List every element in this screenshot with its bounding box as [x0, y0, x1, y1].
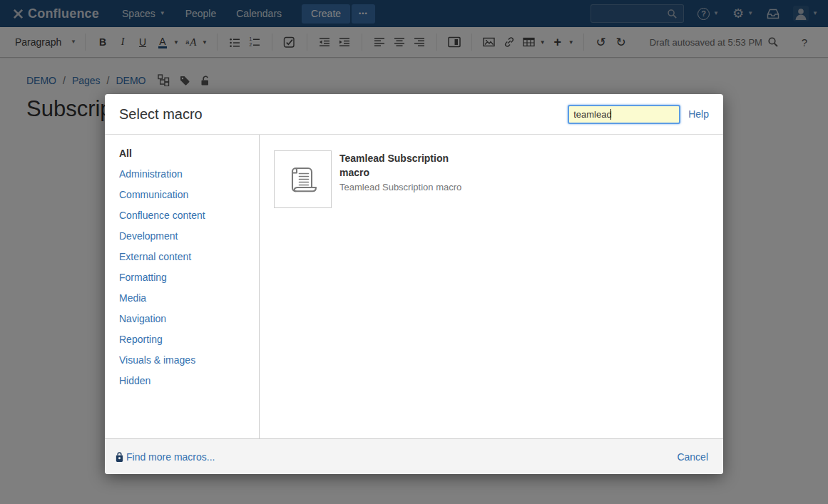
category-formatting[interactable]: Formatting — [119, 272, 259, 283]
find-more-macros-link[interactable]: Find more macros... — [115, 451, 215, 463]
select-macro-dialog: Select macro Help All Administration Com… — [105, 94, 723, 474]
help-link[interactable]: Help — [688, 108, 709, 120]
macro-search-wrap — [568, 105, 680, 124]
category-media[interactable]: Media — [119, 293, 259, 304]
category-reporting[interactable]: Reporting — [119, 334, 259, 345]
macro-search-input[interactable] — [568, 105, 680, 124]
screen: Confluence Spaces People Calendars Creat… — [0, 0, 828, 504]
category-confluence-content[interactable]: Confluence content — [119, 210, 259, 221]
macro-title: Teamlead Subscription macro — [339, 151, 476, 180]
text-cursor — [610, 109, 611, 120]
category-hidden[interactable]: Hidden — [119, 376, 259, 386]
macro-description: Teamlead Subscription macro — [339, 182, 476, 193]
macro-results: Teamlead Subscription macro Teamlead Sub… — [260, 135, 723, 438]
dialog-body: All Administration Communication Conflue… — [105, 135, 723, 438]
category-navigation[interactable]: Navigation — [119, 314, 259, 324]
dialog-header-right: Help — [568, 105, 709, 124]
dialog-header: Select macro Help — [105, 94, 723, 135]
cancel-link[interactable]: Cancel — [677, 451, 708, 463]
category-development[interactable]: Development — [119, 231, 259, 242]
category-external-content[interactable]: External content — [119, 252, 259, 262]
category-visuals-images[interactable]: Visuals & images — [119, 355, 259, 366]
category-all[interactable]: All — [119, 148, 259, 159]
macro-icon-box — [274, 150, 332, 208]
macro-text: Teamlead Subscription macro Teamlead Sub… — [339, 150, 476, 208]
dialog-footer: Find more macros... Cancel — [105, 438, 723, 474]
category-communication[interactable]: Communication — [119, 190, 259, 200]
macro-list-item[interactable]: Teamlead Subscription macro Teamlead Sub… — [274, 150, 723, 208]
find-more-label: Find more macros... — [126, 451, 215, 463]
dialog-title: Select macro — [119, 106, 203, 123]
macro-categories: All Administration Communication Conflue… — [105, 135, 260, 438]
marketplace-icon — [115, 451, 124, 463]
category-administration[interactable]: Administration — [119, 169, 259, 180]
scroll-icon — [287, 163, 320, 196]
